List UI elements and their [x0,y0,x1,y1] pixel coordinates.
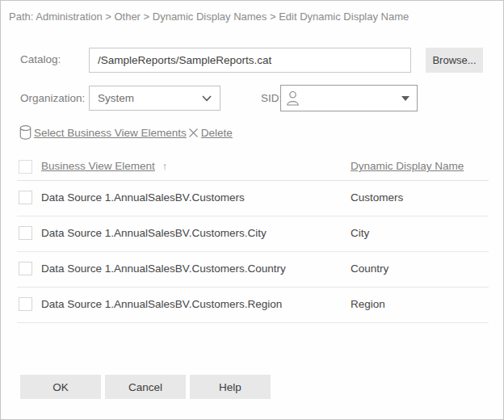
dynamic-display-name-cell: Country [351,262,388,275]
chevron-down-icon [202,95,212,102]
table-row: Data Source 1.AnnualSalesBV.Customers.Ci… [17,216,489,252]
select-business-view-elements-link[interactable]: Select Business View Elements [34,127,187,139]
row-checkbox[interactable] [19,191,32,204]
column-header-business-view-element[interactable]: Business View Element [41,160,155,172]
organization-select[interactable]: System [89,86,220,111]
dropdown-arrow-icon [401,96,410,101]
organization-selected-value: System [98,92,134,104]
organization-label: Organization: [20,92,85,104]
select-all-checkbox[interactable] [19,160,32,174]
ok-button[interactable]: OK [20,375,101,399]
breadcrumb: Path: Administration > Other > Dynamic D… [9,10,409,23]
table-row: Data Source 1.AnnualSalesBV.Customers.Re… [17,287,489,323]
table-row: Data Source 1.AnnualSalesBV.Customers Cu… [17,180,489,216]
dynamic-display-name-cell: City [351,227,369,239]
table-row: Data Source 1.AnnualSalesBV.Customers.Co… [17,251,489,288]
row-checkbox[interactable] [19,262,32,275]
row-checkbox[interactable] [19,226,32,240]
table-toolbar: Select Business View Elements Delete [19,125,233,140]
dynamic-display-name-cell: Customers [351,191,403,204]
dynamic-display-name-cell: Region [351,298,385,310]
browse-button[interactable]: Browse... [426,48,483,73]
business-view-element-cell: Data Source 1.AnnualSalesBV.Customers.Ci… [41,227,267,239]
catalog-input[interactable] [89,48,411,73]
database-icon[interactable] [19,125,32,140]
delete-x-icon[interactable] [188,128,199,138]
sort-ascending-icon: ↑ [162,160,168,172]
person-icon [285,90,300,107]
business-view-element-cell: Data Source 1.AnnualSalesBV.Customers.Co… [41,262,286,275]
footer-buttons: OK Cancel Help [20,375,271,399]
table-header: Business View Element↑ Dynamic Display N… [17,158,489,181]
delete-link[interactable]: Delete [201,127,233,139]
column-header-dynamic-display-name[interactable]: Dynamic Display Name [351,160,464,172]
business-view-element-cell: Data Source 1.AnnualSalesBV.Customers [41,191,245,204]
edit-dynamic-display-name-page: Path: Administration > Other > Dynamic D… [0,0,504,420]
business-view-element-cell: Data Source 1.AnnualSalesBV.Customers.Re… [41,298,282,310]
sid-combo[interactable] [280,85,418,111]
help-button[interactable]: Help [190,375,271,399]
sid-label: SID: [261,92,282,104]
catalog-label: Catalog: [20,53,61,65]
row-checkbox[interactable] [19,297,32,311]
cancel-button[interactable]: Cancel [105,375,186,399]
